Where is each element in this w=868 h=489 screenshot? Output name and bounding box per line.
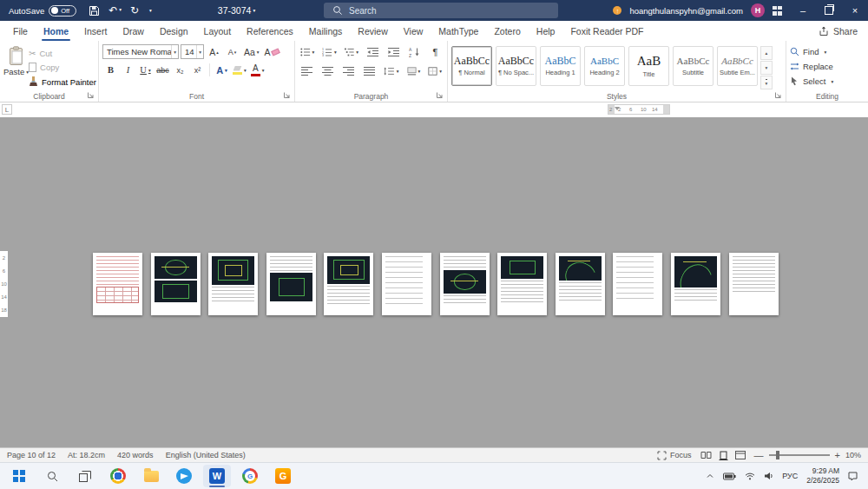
format-painter-button[interactable]: Format Painter	[29, 76, 96, 87]
document-title[interactable]: 37-3074	[218, 5, 255, 16]
account-email[interactable]: hoangthulanspyhn@gmail.com	[629, 6, 743, 16]
numbering-button[interactable]: 123	[320, 44, 338, 59]
subscript-button[interactable]: x₂	[172, 63, 188, 77]
read-mode-button[interactable]	[700, 451, 712, 459]
tab-file[interactable]: File	[5, 21, 36, 41]
chevron-down-icon[interactable]	[196, 45, 203, 58]
zoom-out-button[interactable]: —	[754, 451, 764, 460]
undo-button[interactable]: ↶	[108, 5, 122, 16]
style-card-subtle-em[interactable]: AaBbCcSubtle Em...	[717, 46, 758, 86]
page-thumbnail-1[interactable]	[93, 253, 142, 315]
autosave-control[interactable]: AutoSave Off	[0, 5, 83, 17]
styles-more-button[interactable]	[760, 76, 773, 89]
shading-button[interactable]	[405, 63, 423, 78]
superscript-button[interactable]: x²	[189, 63, 206, 77]
language-indicator[interactable]: English (United States)	[166, 451, 246, 459]
change-case-button[interactable]: Aa	[242, 44, 261, 59]
page-thumbnail-3[interactable]	[208, 253, 258, 315]
page-thumbnail-5[interactable]	[324, 253, 373, 315]
avatar[interactable]: H	[751, 3, 765, 17]
redo-button[interactable]: ↻	[130, 5, 139, 16]
bold-button[interactable]: B	[102, 63, 119, 77]
tab-stop-selector[interactable]: L	[2, 104, 12, 115]
ribbon-display-options-icon[interactable]	[773, 6, 782, 16]
tab-insert[interactable]: Insert	[76, 21, 115, 41]
shrink-font-button[interactable]: A	[224, 44, 240, 59]
save-button[interactable]	[89, 5, 100, 17]
zoom-in-button[interactable]: +	[835, 451, 840, 460]
page-indicator[interactable]: Page 10 of 12	[7, 451, 56, 459]
tab-view[interactable]: View	[396, 21, 431, 41]
close-button[interactable]: ×	[842, 0, 868, 21]
page-thumbnail-12[interactable]	[729, 253, 779, 315]
word-count[interactable]: 420 words	[117, 451, 154, 459]
styles-scroll-up-button[interactable]	[760, 46, 773, 60]
grow-font-button[interactable]: A	[206, 44, 222, 59]
style-card-title[interactable]: AaBTitle	[628, 46, 669, 86]
text-effects-button[interactable]: A	[214, 63, 230, 77]
print-layout-button[interactable]	[719, 451, 728, 460]
show-formatting-marks-button[interactable]: ¶	[427, 44, 444, 59]
action-center-button[interactable]	[848, 472, 858, 480]
align-right-button[interactable]	[340, 63, 357, 78]
tab-home[interactable]: Home	[36, 21, 76, 41]
page-thumbnail-7[interactable]	[440, 253, 490, 315]
style-card-heading-2[interactable]: AaBbCHeading 2	[584, 46, 625, 86]
battery-indicator[interactable]	[723, 472, 736, 480]
styles-scroll-down-button[interactable]	[760, 61, 773, 75]
align-left-button[interactable]	[299, 63, 315, 78]
tab-design[interactable]: Design	[152, 21, 196, 41]
restore-button[interactable]	[816, 0, 842, 21]
justify-button[interactable]	[361, 63, 378, 78]
customize-qat-button[interactable]	[148, 8, 152, 13]
sort-button[interactable]: AZ	[406, 44, 423, 59]
keyboard-language[interactable]: РУС	[782, 472, 798, 480]
page-thumbnail-10[interactable]	[613, 253, 662, 315]
italic-button[interactable]: I	[120, 63, 136, 77]
font-color-button[interactable]: A	[249, 63, 266, 77]
page-thumbnail-9[interactable]	[556, 253, 605, 315]
g-app-button[interactable]: G	[269, 465, 297, 487]
clear-formatting-button[interactable]: A	[263, 44, 281, 59]
chrome-profile-button[interactable]: G	[236, 465, 264, 487]
zoom-slider-handle[interactable]	[776, 451, 779, 459]
messenger-app-button[interactable]	[170, 465, 198, 487]
multilevel-list-button[interactable]	[343, 44, 360, 59]
file-explorer-button[interactable]	[137, 465, 165, 487]
font-family-combo[interactable]: Times New Roman	[102, 44, 179, 59]
tab-references[interactable]: References	[239, 21, 301, 41]
show-hidden-icons-button[interactable]	[706, 472, 714, 479]
find-button[interactable]: Find	[790, 47, 865, 56]
line-spacing-button[interactable]	[382, 63, 401, 78]
replace-button[interactable]: Replace	[790, 62, 865, 71]
text-highlight-button[interactable]	[231, 63, 248, 77]
decrease-indent-button[interactable]	[365, 44, 381, 59]
copy-button[interactable]: Copy	[29, 63, 96, 72]
strikethrough-button[interactable]: abc	[155, 63, 171, 77]
underline-button[interactable]: U	[137, 63, 154, 77]
page-thumbnail-11[interactable]	[671, 253, 720, 315]
clock[interactable]: 9:29 AM 2/26/2025	[806, 466, 839, 486]
page-thumbnail-8[interactable]	[497, 253, 547, 315]
network-indicator[interactable]	[745, 472, 755, 480]
minimize-button[interactable]: –	[790, 0, 816, 21]
share-button[interactable]: Share	[819, 26, 868, 36]
tab-zotero[interactable]: Zotero	[486, 21, 528, 41]
taskbar-search-button[interactable]	[38, 465, 66, 487]
increase-indent-button[interactable]	[385, 44, 402, 59]
style-card-subtitle[interactable]: AaBbCcSubtitle	[673, 46, 713, 86]
zoom-level[interactable]: 10%	[845, 451, 861, 459]
style-card-normal[interactable]: AaBbCc¶ Normal	[451, 46, 492, 86]
style-card-heading-1[interactable]: AaBbCHeading 1	[540, 46, 581, 86]
style-card-no-spac[interactable]: AaBbCc¶ No Spac...	[496, 46, 536, 86]
align-center-button[interactable]	[319, 63, 336, 78]
paste-button[interactable]: Paste	[3, 44, 29, 89]
autosave-toggle[interactable]: Off	[49, 5, 76, 17]
font-size-combo[interactable]: 14	[181, 44, 204, 59]
page-thumbnail-6[interactable]	[382, 253, 431, 315]
tab-review[interactable]: Review	[350, 21, 395, 41]
chrome-taskbar-button[interactable]	[104, 465, 132, 487]
tab-mailings[interactable]: Mailings	[301, 21, 351, 41]
tab-layout[interactable]: Layout	[196, 21, 240, 41]
tab-help[interactable]: Help	[529, 21, 563, 41]
